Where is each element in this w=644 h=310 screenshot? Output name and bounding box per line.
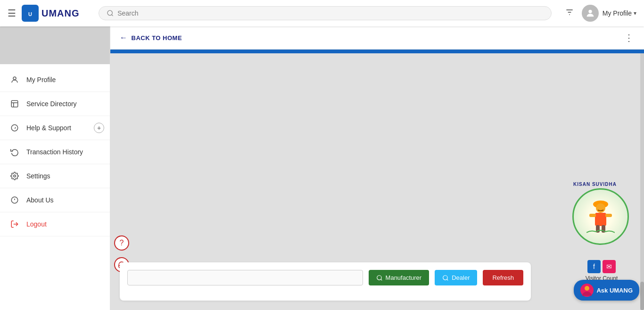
sidebar-item-service-directory[interactable]: Service Directory: [0, 92, 110, 116]
kisan-circle: [572, 188, 629, 245]
sidebar-item-help-support[interactable]: Help & Support +: [0, 116, 110, 140]
expand-icon[interactable]: +: [94, 123, 104, 133]
main-layout: My Profile Service Directory Help & Supp…: [0, 26, 644, 310]
sidebar-item-label: Settings: [26, 172, 50, 180]
sidebar-item-label: Service Directory: [26, 100, 77, 108]
svg-line-3: [111, 15, 113, 16]
refresh-button[interactable]: Refresh: [483, 270, 523, 285]
avatar: [582, 5, 599, 22]
svg-rect-24: [595, 213, 606, 226]
svg-rect-9: [11, 101, 18, 107]
svg-point-12: [11, 125, 18, 131]
sidebar-item-label: Logout: [26, 220, 47, 228]
question-icon[interactable]: ?: [114, 235, 129, 251]
chevron-down-icon: ▾: [634, 10, 636, 17]
content-area: ← BACK TO HOME ⋮ ?: [110, 26, 644, 310]
back-bar: ← BACK TO HOME ⋮: [110, 26, 644, 50]
kisan-title: KISAN SUVIDHA: [573, 182, 617, 187]
sidebar-banner: [0, 26, 110, 64]
svg-point-2: [107, 10, 112, 15]
sidebar-item-about-us[interactable]: About Us: [0, 188, 110, 212]
search-row: Manufacturer Dealer Refresh: [127, 270, 523, 285]
search-input-field[interactable]: [127, 270, 363, 285]
svg-line-21: [447, 279, 448, 280]
farmer-silhouette: [586, 198, 615, 235]
kisan-panel: KISAN SUVIDHA: [569, 182, 635, 282]
profile-area[interactable]: My Profile ▾: [582, 5, 636, 22]
sidebar-item-label: Transaction History: [26, 148, 83, 156]
sidebar: My Profile Service Directory Help & Supp…: [0, 26, 110, 310]
svg-point-30: [585, 286, 589, 291]
hamburger-icon[interactable]: ☰: [8, 8, 16, 19]
scrollbar-rail: [640, 53, 644, 310]
sidebar-nav: My Profile Service Directory Help & Supp…: [0, 64, 110, 310]
umang-logo-icon: U: [22, 5, 39, 22]
svg-text:U: U: [28, 11, 32, 17]
sidebar-item-settings[interactable]: Settings: [0, 164, 110, 188]
ask-umang-icon: [580, 284, 594, 297]
facebook-icon[interactable]: f: [587, 260, 601, 273]
search-bar: [99, 6, 552, 20]
manufacturer-search-icon: [376, 275, 383, 281]
logo-area: U UMANG: [22, 5, 80, 22]
more-options-icon[interactable]: ⋮: [624, 32, 635, 43]
profile-label: My Profile: [603, 9, 632, 17]
dealer-search-icon: [442, 275, 449, 281]
sidebar-item-transaction-history[interactable]: Transaction History: [0, 140, 110, 164]
gray-area: ? Manufacturer Dealer: [110, 53, 644, 310]
sidebar-item-my-profile[interactable]: My Profile: [0, 68, 110, 92]
ask-umang-label: Ask UMANG: [596, 287, 633, 294]
kisan-illustration: KISAN SUVIDHA: [569, 182, 635, 257]
service-directory-icon: [9, 99, 20, 109]
help-support-icon: [9, 123, 20, 133]
profile-icon: [9, 75, 20, 85]
svg-point-7: [588, 10, 592, 13]
social-icons: f ✉: [587, 260, 616, 273]
ask-umang-button[interactable]: Ask UMANG: [574, 280, 639, 301]
sidebar-item-label: My Profile: [26, 76, 56, 84]
svg-point-20: [443, 275, 447, 279]
search-panel: Manufacturer Dealer Refresh: [120, 262, 531, 301]
sidebar-item-logout[interactable]: Logout: [0, 212, 110, 236]
transaction-icon: [9, 147, 20, 157]
svg-point-8: [13, 77, 16, 80]
svg-rect-27: [589, 214, 596, 217]
dealer-button[interactable]: Dealer: [435, 270, 477, 285]
twitter-icon[interactable]: ✉: [603, 260, 616, 273]
back-arrow-icon: ←: [120, 34, 128, 42]
logo-text: UMANG: [41, 8, 80, 19]
manufacturer-button[interactable]: Manufacturer: [369, 270, 429, 285]
sidebar-item-label: Help & Support: [26, 124, 71, 132]
back-label: BACK TO HOME: [132, 34, 182, 42]
filter-icon: [565, 8, 574, 17]
svg-point-23: [596, 203, 605, 213]
header: ☰ U UMANG My Profile ▾: [0, 0, 644, 26]
scrollbar-thumb[interactable]: [640, 282, 644, 310]
settings-icon: [9, 171, 20, 181]
search-input[interactable]: [117, 9, 544, 17]
back-to-home-button[interactable]: ← BACK TO HOME: [120, 34, 182, 42]
svg-line-19: [380, 279, 382, 280]
svg-point-18: [377, 275, 381, 279]
about-us-icon: [9, 195, 20, 205]
blue-strip: [110, 50, 644, 53]
svg-point-13: [14, 175, 16, 177]
filter-icon-btn[interactable]: [565, 8, 574, 19]
search-icon: [107, 9, 114, 17]
logout-icon: [9, 219, 20, 229]
sidebar-item-label: About Us: [26, 196, 54, 204]
svg-rect-28: [605, 214, 612, 217]
